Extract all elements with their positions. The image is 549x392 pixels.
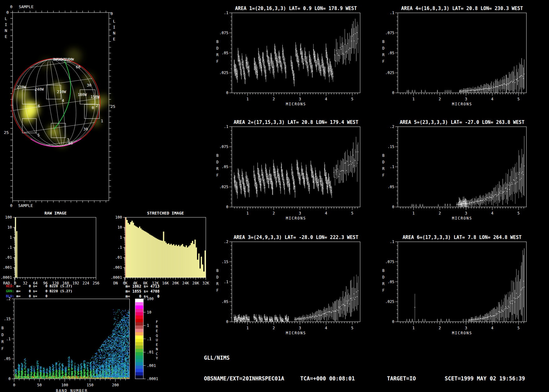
area-box-number-4: 4 — [62, 98, 64, 103]
x-tick-label: 200 — [112, 383, 119, 387]
data-point — [516, 293, 517, 294]
data-point — [492, 88, 493, 88]
data-point — [306, 58, 306, 59]
data-point — [268, 61, 269, 61]
data-point — [280, 61, 281, 62]
data-point — [485, 317, 486, 318]
data-point — [254, 64, 255, 65]
data-point — [326, 177, 327, 178]
data-point — [418, 320, 419, 320]
data-point — [310, 61, 311, 61]
data-point — [488, 88, 489, 88]
area-2-frame — [232, 127, 360, 207]
line-axis-label-right: I — [113, 25, 115, 29]
stretched-hist-stat-2: m= 1855 s= 4708 — [125, 289, 159, 294]
area-2-ylabel: R — [216, 167, 219, 171]
data-point — [316, 62, 316, 63]
data-point — [522, 76, 523, 77]
hist-bar — [205, 251, 206, 278]
data-point — [462, 203, 463, 204]
data-point — [249, 71, 250, 72]
data-point — [285, 67, 286, 68]
data-point — [472, 320, 472, 320]
data-point — [282, 175, 283, 176]
data-point — [503, 192, 504, 193]
hist-bar — [159, 240, 160, 278]
data-point — [524, 287, 525, 287]
x-tick-label: 3 — [465, 211, 467, 215]
x-tick-label: 1 — [413, 211, 415, 215]
data-point — [266, 174, 267, 174]
data-point — [408, 91, 409, 92]
data-point — [445, 91, 445, 92]
data-point — [242, 59, 242, 60]
data-point — [447, 91, 447, 92]
hist-bar — [160, 241, 162, 278]
data-point — [255, 183, 256, 184]
data-point — [438, 205, 439, 206]
data-point — [318, 315, 319, 315]
data-point — [507, 83, 508, 84]
data-point — [449, 91, 449, 92]
hist-bar — [141, 230, 143, 278]
data-point — [240, 64, 240, 65]
data-point — [487, 317, 488, 318]
data-point — [277, 320, 277, 320]
data-point — [242, 177, 243, 178]
hist-bar — [164, 241, 165, 278]
data-point — [280, 318, 280, 318]
data-point — [294, 186, 295, 187]
data-point — [324, 169, 325, 169]
data-point — [331, 312, 332, 313]
data-point — [466, 204, 467, 204]
nims-display-screen: { "colors": { "background": "#000000", "… — [0, 0, 549, 392]
area-6-title: AREA 6=(17,3,3,3) LAT= 7.8 LON= 264.8 WE… — [402, 235, 521, 240]
hist-bar — [184, 247, 186, 278]
data-point — [329, 75, 330, 76]
data-point — [260, 184, 261, 185]
data-point — [281, 66, 282, 67]
data-point — [323, 67, 323, 67]
data-point — [269, 183, 269, 184]
data-point — [265, 168, 266, 168]
data-point — [348, 301, 348, 301]
data-point — [480, 200, 481, 201]
data-point — [489, 197, 490, 197]
data-point — [264, 65, 264, 66]
data-point — [478, 319, 478, 319]
data-point — [329, 65, 330, 65]
area-1-ylabel: R — [216, 53, 219, 57]
data-point — [299, 173, 299, 174]
data-point — [313, 177, 313, 177]
data-point — [483, 89, 483, 89]
data-point — [321, 184, 322, 185]
data-point — [257, 72, 258, 72]
data-point — [258, 54, 259, 54]
area-6-frame — [398, 242, 526, 322]
data-point — [263, 180, 264, 181]
data-point — [333, 310, 333, 311]
data-point — [270, 178, 271, 179]
data-point — [495, 194, 496, 195]
data-point — [326, 312, 326, 313]
data-point — [518, 297, 518, 297]
data-point — [493, 87, 493, 87]
data-point — [301, 170, 302, 171]
data-point — [349, 49, 349, 50]
data-point — [321, 315, 322, 315]
data-point — [243, 67, 244, 68]
data-point — [255, 181, 255, 181]
data-point — [297, 58, 298, 59]
data-point — [304, 319, 304, 319]
data-point — [474, 90, 474, 91]
data-point — [300, 319, 301, 319]
data-point — [467, 203, 468, 204]
data-point — [319, 66, 320, 67]
data-point — [482, 200, 483, 201]
data-point — [498, 87, 498, 87]
area-4-xlabel: MICRONS — [452, 102, 472, 106]
data-point — [358, 151, 358, 152]
data-point — [326, 50, 326, 51]
data-point — [343, 53, 343, 54]
data-point — [520, 179, 520, 180]
